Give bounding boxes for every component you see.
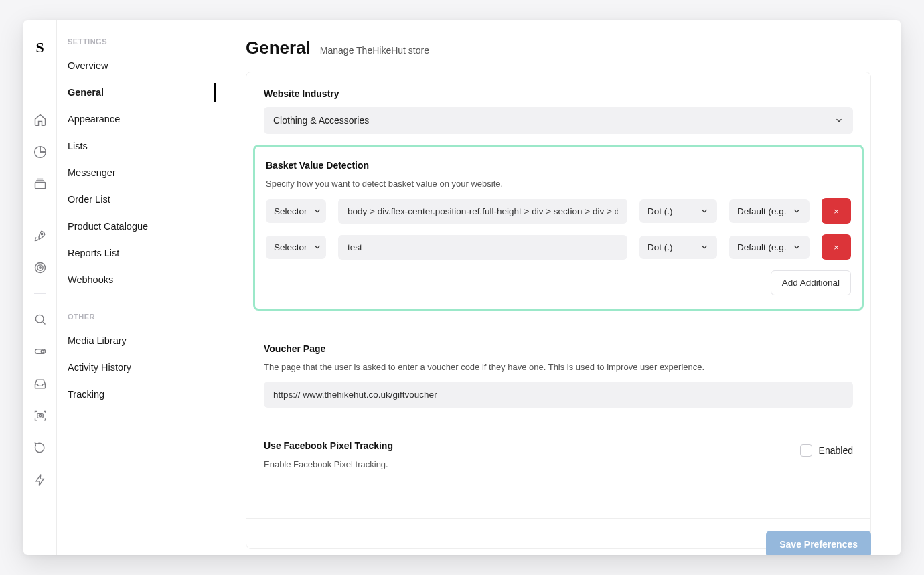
facebook-pixel-row: Use Facebook Pixel Tracking Enable Faceb…: [264, 440, 853, 469]
rail-separator: [34, 210, 46, 210]
detector-separator-value: Dot (.): [647, 206, 673, 216]
rail-separator: [34, 94, 46, 94]
detector-type-select[interactable]: Selector: [266, 199, 326, 223]
detector-format-select[interactable]: Default (e.g. P: [729, 236, 810, 259]
remove-detector-button[interactable]: ×: [822, 198, 851, 224]
svg-point-5: [35, 315, 44, 323]
detector-separator-select[interactable]: Dot (.): [639, 199, 717, 223]
svg-point-7: [41, 350, 44, 353]
target-icon[interactable]: [33, 261, 47, 274]
chat-icon[interactable]: [33, 441, 47, 455]
chevron-down-icon: [700, 242, 709, 252]
sidebar-item-general[interactable]: General: [57, 79, 216, 106]
website-industry-value: Clothing & Accessories: [273, 115, 369, 126]
logo: S: [35, 39, 44, 56]
detector-row: Selector Dot (.) Default (e.g. P ×: [266, 198, 851, 224]
search-icon[interactable]: [33, 313, 47, 326]
sidebar-item-lists[interactable]: Lists: [57, 133, 216, 159]
settings-card: Website Industry Clothing & Accessories …: [246, 72, 871, 549]
svg-point-4: [39, 267, 41, 269]
add-additional-button[interactable]: Add Additional: [771, 270, 851, 295]
detector-type-value: Selector: [274, 242, 307, 252]
save-preferences-button[interactable]: Save Preferences: [766, 531, 871, 555]
sidebar-item-media-library[interactable]: Media Library: [57, 327, 216, 354]
chart-icon[interactable]: [33, 145, 47, 159]
rocket-icon[interactable]: [33, 229, 47, 242]
inbox-icon[interactable]: [33, 377, 47, 390]
remove-detector-button[interactable]: ×: [822, 234, 851, 260]
detector-row: Selector Dot (.) Default (e.g. P ×: [266, 234, 851, 260]
bolt-icon[interactable]: [33, 473, 47, 487]
chevron-down-icon: [792, 242, 801, 252]
stack-icon[interactable]: [33, 177, 47, 191]
svg-rect-0: [35, 183, 45, 189]
page-header: General Manage TheHikeHut store: [246, 37, 871, 58]
facebook-pixel-checkbox-label: Enabled: [819, 445, 853, 456]
section-divider: [246, 424, 870, 424]
sidebar-item-product-catalogue[interactable]: Product Catalogue: [57, 213, 216, 240]
sidebar-item-reports-list[interactable]: Reports List: [57, 240, 216, 266]
icon-rail: S: [23, 20, 57, 555]
chevron-down-icon: [313, 206, 322, 216]
add-additional-wrap: Add Additional: [266, 270, 851, 295]
rail-separator: [34, 293, 46, 294]
detector-type-value: Selector: [274, 206, 307, 216]
basket-title: Basket Value Detection: [266, 160, 851, 171]
sidebar-item-overview[interactable]: Overview: [57, 52, 216, 79]
page-subtitle: Manage TheHikeHut store: [320, 45, 429, 56]
voucher-desc: The page that the user is asked to enter…: [264, 362, 853, 372]
detector-format-value: Default (e.g. P: [737, 206, 787, 216]
facebook-pixel-checkbox[interactable]: [800, 444, 812, 457]
voucher-url-input[interactable]: [264, 382, 853, 408]
basket-detection-section: Basket Value Detection Specify how you w…: [253, 145, 864, 311]
detector-separator-select[interactable]: Dot (.): [639, 236, 717, 259]
chevron-down-icon: [834, 116, 844, 125]
detector-format-select[interactable]: Default (e.g. P: [729, 199, 810, 223]
detector-separator-value: Dot (.): [647, 242, 673, 252]
sidebar-group-label-other: OTHER: [57, 313, 216, 327]
main-content: General Manage TheHikeHut store Website …: [216, 20, 901, 555]
website-industry-label: Website Industry: [264, 88, 853, 99]
chevron-down-icon: [313, 242, 322, 252]
app-shell: S: [23, 20, 901, 555]
sidebar-item-messenger[interactable]: Messenger: [57, 159, 216, 186]
chevron-down-icon: [700, 206, 709, 216]
svg-point-9: [39, 414, 41, 416]
basket-desc: Specify how you want to detect basket va…: [266, 179, 851, 189]
capture-icon[interactable]: [33, 409, 47, 422]
sidebar-item-activity-history[interactable]: Activity History: [57, 354, 216, 381]
detector-format-value: Default (e.g. P: [737, 242, 787, 252]
facebook-pixel-title: Use Facebook Pixel Tracking: [264, 440, 787, 451]
save-bar: Save Preferences: [246, 518, 871, 555]
svg-point-2: [35, 263, 45, 273]
detector-selector-input[interactable]: [338, 199, 627, 224]
chevron-down-icon: [792, 206, 801, 216]
sidebar-item-webhooks[interactable]: Webhooks: [57, 266, 216, 293]
toggle-icon[interactable]: [33, 345, 47, 358]
voucher-title: Voucher Page: [264, 343, 853, 354]
home-icon[interactable]: [33, 113, 47, 127]
sidebar-item-appearance[interactable]: Appearance: [57, 106, 216, 133]
sidebar-divider: [57, 303, 216, 303]
detector-selector-input[interactable]: [338, 235, 627, 260]
section-divider: [246, 327, 870, 327]
sidebar-item-tracking[interactable]: Tracking: [57, 381, 216, 408]
page-title: General: [246, 37, 311, 58]
sidebar-item-order-list[interactable]: Order List: [57, 186, 216, 213]
facebook-pixel-desc: Enable Facebook Pixel tracking.: [264, 459, 787, 469]
website-industry-select[interactable]: Clothing & Accessories: [264, 107, 853, 134]
settings-sidebar: SETTINGS Overview General Appearance Lis…: [57, 20, 216, 555]
svg-point-1: [41, 233, 43, 235]
sidebar-group-label-settings: SETTINGS: [57, 37, 216, 52]
detector-type-select[interactable]: Selector: [266, 236, 326, 259]
svg-point-3: [37, 265, 42, 270]
